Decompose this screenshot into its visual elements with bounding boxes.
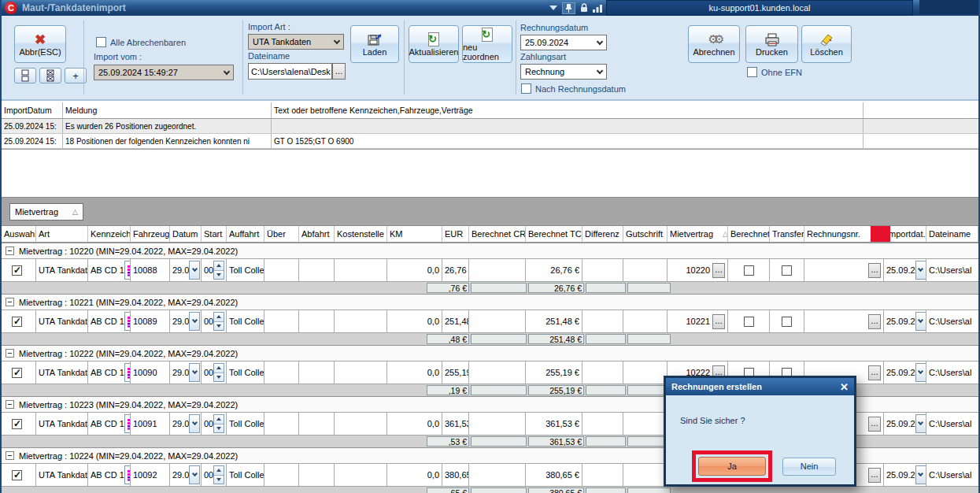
column-header-auffahrt[interactable]: Auffahrt [227,226,264,242]
dateiname-input[interactable]: C:\Users\alena\Desk [248,63,332,80]
abort-button[interactable]: ✖ Abbr(ESC) [14,25,66,63]
column-header-transfer[interactable]: Transfer [770,226,804,242]
eur-cell[interactable]: 255,19 [442,361,469,384]
transfer-checkbox[interactable] [782,265,792,276]
column-header-differenz[interactable]: Differenz [582,226,623,242]
kostenstelle-cell[interactable] [335,361,387,384]
km-cell[interactable]: 0,0 [387,464,442,486]
row-select-checkbox[interactable] [12,265,22,276]
km-cell[interactable]: 0,0 [387,310,442,332]
start-cell[interactable]: 00 [202,413,227,435]
eur-cell[interactable]: 361,53 [442,413,469,435]
time-spinner[interactable] [213,312,224,331]
group-by-chip-mietvertrag[interactable]: Mietvertrag △ [9,203,83,221]
laden-button[interactable]: Laden [350,25,399,63]
datum-cell[interactable]: 29.0 [170,464,202,486]
art-cell[interactable]: UTA Tankdaten [36,259,88,281]
time-spinner[interactable] [213,465,224,484]
importdat-cell[interactable]: 25.09.2 [884,464,926,486]
date-dropdown-button[interactable] [189,465,200,484]
zahlungsart-dropdown[interactable]: Rechnung [520,64,607,80]
column-header-importdat-[interactable]: Importdat. [884,226,926,242]
rechnungsnr-lookup-button[interactable]: … [868,365,881,380]
dateiname-cell[interactable]: C:\Users\al [926,464,978,486]
datum-cell[interactable]: 29.0 [170,310,202,332]
rechnungsnr-lookup-button[interactable]: … [868,263,881,278]
art-cell[interactable]: UTA Tankdaten [36,361,88,384]
deselect-all-button[interactable] [14,68,36,83]
column-header-mietvertrag[interactable]: Mietvertrag△ [668,226,728,242]
alle-abrechenbaren-checkbox[interactable]: Alle Abrechenbaren [96,37,186,47]
vehicle-colors-icon[interactable] [124,465,131,484]
dateiname-cell[interactable]: C:\Users\al [926,413,978,435]
chevron-down-icon[interactable] [549,6,557,10]
eur-cell[interactable]: 380,65 [442,464,469,486]
km-cell[interactable]: 0,0 [387,413,442,435]
kennzeichen-cell[interactable]: AB CD 1 [88,464,131,486]
vehicle-colors-icon[interactable] [124,363,131,382]
datum-cell[interactable]: 29.0 [170,361,202,384]
column-header-abfahrt[interactable]: Abfahrt [299,226,335,242]
ueber-cell[interactable] [264,361,299,384]
time-spinner[interactable] [213,261,224,280]
group-header-row[interactable]: Mietvertrag : 10222 (MIN=29.04.2022, MAX… [2,346,978,361]
select-all-button[interactable] [39,68,61,83]
berechnet-checkbox[interactable] [744,317,754,327]
loeschen-button[interactable]: Löschen [801,25,852,63]
column-header--ber[interactable]: Über [264,226,299,242]
abrechnen-button[interactable]: ⚙⚙ Abrechnen [688,25,740,63]
import-art-dropdown[interactable]: UTA Tankdaten [248,34,344,50]
kennzeichen-cell[interactable]: AB CD 1 [88,361,131,384]
ja-button[interactable]: Ja [698,457,766,476]
rechnungsnr-lookup-button[interactable]: … [868,468,881,483]
rechnungsdatum-dropdown[interactable]: 25.09.2024 [520,35,607,50]
column-header-kennzeichen[interactable]: Kennzeichen [88,226,131,242]
dateiname-cell[interactable]: C:\Users\al [926,310,978,332]
importdat-cell[interactable]: 25.09.2 [884,310,926,332]
column-header-datum[interactable]: Datum [170,226,202,242]
auffahrt-cell[interactable]: Toll Colle [227,413,264,435]
column-header-eur[interactable]: EUR [442,226,469,242]
berechnet-checkbox[interactable] [744,265,754,276]
collapse-icon[interactable] [6,451,14,460]
checkbox-icon[interactable] [747,67,757,77]
auffahrt-cell[interactable]: Toll Colle [227,259,264,281]
importdat-cell[interactable]: 25.09.2 [884,259,926,281]
ohne-efn-checkbox[interactable]: Ohne EFN [747,67,802,77]
start-cell[interactable]: 00 [202,361,227,384]
date-dropdown-button[interactable] [915,261,926,280]
column-header-berechnet[interactable]: Berechnet [728,226,770,242]
date-dropdown-button[interactable] [189,312,200,331]
collapse-icon[interactable] [6,349,14,358]
dialog-titlebar[interactable]: Rechnungen erstellen ✕ [666,378,854,395]
fahrzeugnr-cell[interactable]: 10088 [131,259,170,281]
browse-file-button[interactable]: … [332,63,346,80]
msg-col-importdatum[interactable]: ImportDatum [2,102,63,118]
date-dropdown-button[interactable] [189,363,200,382]
ueber-cell[interactable] [264,310,299,332]
date-dropdown-button[interactable] [189,414,200,433]
eur-cell[interactable]: 251,48 [442,310,469,332]
row-select-checkbox[interactable] [12,419,22,429]
fahrzeugnr-cell[interactable]: 10091 [131,413,170,435]
collapse-icon[interactable] [6,298,14,306]
column-header-dateiname[interactable]: Dateiname [926,226,978,242]
rechnungsnr-lookup-button[interactable]: … [868,314,881,329]
transfer-checkbox[interactable] [782,317,792,327]
fahrzeugnr-cell[interactable]: 10090 [131,361,170,384]
kennzeichen-cell[interactable]: AB CD 1 [88,310,131,332]
import-vom-dropdown[interactable]: 25.09.2024 15:49:27 [94,65,234,80]
abfahrt-cell[interactable] [299,464,335,486]
collapse-icon[interactable] [6,400,14,409]
group-header-row[interactable]: Mietvertrag : 10221 (MIN=29.04.2022, MAX… [2,295,978,310]
column-header-gutschrift[interactable]: Gutschrift [623,226,668,242]
date-dropdown-button[interactable] [189,261,200,280]
column-header-auswahl[interactable]: Auswahl [2,226,36,242]
rechnungsnr-cell[interactable]: … [804,259,884,281]
kennzeichen-cell[interactable]: AB CD 1 [88,413,131,435]
pin-icon[interactable] [562,2,575,14]
mietvertrag-lookup-button[interactable]: … [712,263,725,278]
message-row[interactable]: 25.09.2024 15: 18 Positionen der folgend… [2,134,978,149]
ueber-cell[interactable] [264,464,299,486]
kostenstelle-cell[interactable] [335,310,387,332]
